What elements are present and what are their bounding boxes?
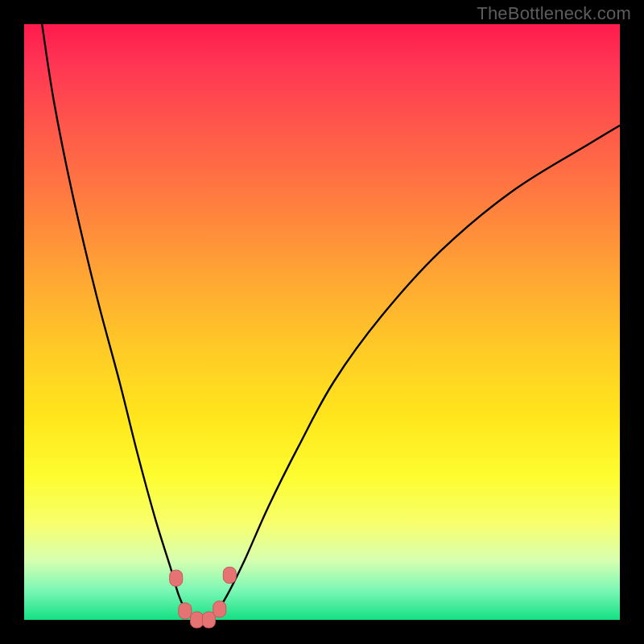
data-marker [223, 568, 236, 584]
data-marker [213, 601, 226, 617]
curve-svg [24, 24, 620, 620]
data-marker [191, 612, 204, 628]
data-marker [170, 570, 183, 586]
data-marker [179, 603, 192, 619]
watermark-label: TheBottleneck.com [477, 3, 631, 24]
bottleneck-curve [42, 24, 620, 621]
chart-frame: TheBottleneck.com [0, 0, 644, 644]
